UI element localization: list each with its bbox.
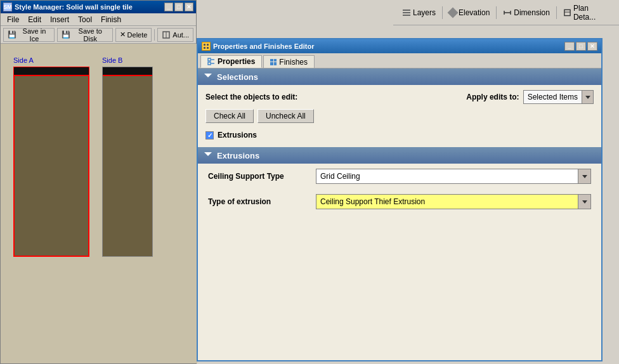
svg-rect-1 — [403, 12, 410, 13]
nav-sep-1 — [442, 6, 443, 19]
tile-side-a: Side A — [13, 56, 89, 257]
nav-sep-2 — [496, 6, 497, 19]
ceiling-support-dropdown-arrow[interactable] — [578, 169, 590, 183]
tab-finishes-label: Finishes — [279, 58, 308, 67]
dialog-maximize-btn[interactable]: □ — [576, 42, 586, 51]
nav-elevation[interactable]: Elevation — [445, 6, 493, 19]
ceiling-support-chevron-icon — [582, 175, 587, 178]
nav-dimension-label: Dimension — [514, 8, 550, 17]
close-button[interactable]: ✕ — [185, 3, 193, 11]
style-manager-icon: SM — [3, 3, 12, 11]
svg-rect-13 — [207, 47, 209, 49]
extrusions-triangle — [204, 152, 212, 159]
menu-tool[interactable]: Tool — [74, 14, 96, 25]
apply-edits-dropdown-arrow[interactable] — [582, 91, 593, 103]
save-disk-button[interactable]: 💾 Save to Disk — [57, 28, 113, 42]
dialog-controls: _ □ ✕ — [564, 42, 597, 51]
extrusions-section: Extrusions Ceiling Support Type Grid Cei… — [198, 147, 601, 214]
plan-detail-icon — [563, 8, 571, 17]
finishes-tab-icon — [270, 59, 277, 65]
menu-insert[interactable]: Insert — [46, 14, 73, 25]
auto-button[interactable]: Aut... — [157, 28, 193, 42]
extrusion-type-chevron-icon — [582, 200, 587, 204]
properties-icon — [203, 43, 209, 49]
tile-a-preview[interactable] — [13, 67, 89, 257]
tab-properties[interactable]: Properties — [200, 55, 262, 68]
tiles-container: Side A Side B — [1, 44, 197, 270]
properties-tab-icon — [207, 58, 215, 65]
title-bar-left: SM Style Manager: Solid wall single tile — [3, 3, 133, 11]
tab-finishes[interactable]: Finishes — [263, 55, 315, 68]
save-ice-button[interactable]: 💾 Save in Ice — [3, 28, 55, 42]
ceiling-support-select[interactable]: Grid Ceiling — [316, 169, 591, 184]
minimize-button[interactable]: _ — [164, 3, 173, 11]
extrusions-checkbox[interactable]: ✓ — [205, 131, 214, 140]
extrusion-type-row: Type of extrusion Ceiling Support Thief … — [198, 189, 601, 214]
check-buttons-row: Check All Uncheck All — [198, 107, 601, 128]
ceiling-support-label: Ceiling Support Type — [208, 172, 310, 181]
elevation-icon — [447, 7, 458, 18]
save-disk-icon: 💾 — [62, 30, 70, 39]
dialog-title-icon — [202, 42, 211, 51]
style-manager-window: SM Style Manager: Solid wall single tile… — [0, 0, 197, 364]
nav-plan-detail[interactable]: Plan Deta... — [559, 2, 614, 23]
extrusions-section-header: Extrusions — [198, 147, 601, 164]
extrusion-type-label: Type of extrusion — [208, 197, 310, 206]
menu-finish[interactable]: Finish — [97, 14, 125, 25]
checkbox-checkmark-icon: ✓ — [207, 132, 212, 139]
ceiling-support-value: Grid Ceiling — [316, 172, 364, 181]
menu-edit[interactable]: Edit — [24, 14, 45, 25]
check-all-button[interactable]: Check All — [205, 109, 254, 123]
extrusions-checkbox-row: ✓ Extrusions — [198, 128, 601, 145]
nav-layers[interactable]: Layers — [398, 6, 440, 19]
nav-dimension[interactable]: Dimension — [499, 6, 554, 19]
toolbar: 💾 Save in Ice 💾 Save to Disk ✕ Delete Au… — [1, 26, 196, 44]
save-ice-label: Save in Ice — [18, 27, 50, 42]
extrusions-title: Extrusions — [217, 151, 259, 160]
tab-properties-label: Properties — [218, 57, 255, 66]
layers-icon — [402, 8, 411, 17]
dialog-minimize-btn[interactable]: _ — [564, 42, 575, 51]
menu-bar: File Edit Insert Tool Finish — [1, 13, 196, 26]
apply-edits-group: Apply edits to: Selected Items — [466, 90, 594, 104]
delete-icon: ✕ — [120, 30, 126, 39]
svg-rect-0 — [403, 10, 410, 11]
ceiling-support-row: Ceiling Support Type Grid Ceiling — [198, 164, 601, 189]
apply-edits-select[interactable]: Selected Items — [523, 90, 594, 104]
extrusion-type-value: Ceiling Support Thief Extrusion — [316, 197, 429, 206]
nav-elevation-label: Elevation — [459, 8, 490, 17]
tile-b-label[interactable]: Side B — [102, 56, 153, 64]
extrusions-checkbox-label: Extrusions — [218, 131, 257, 140]
tiles-area: Side A Side B — [1, 44, 197, 363]
toolbar-sep — [154, 29, 155, 41]
extrusion-type-dropdown-arrow[interactable] — [578, 195, 590, 209]
svg-rect-2 — [403, 15, 410, 16]
tile-a-label[interactable]: Side A — [13, 56, 89, 64]
tile-a-top-bar — [14, 67, 89, 76]
properties-finishes-dialog: Properties and Finishes Editor _ □ ✕ Pro… — [197, 38, 603, 361]
nav-sep-3 — [556, 6, 557, 19]
dimension-icon — [503, 8, 512, 17]
selections-header: Selections — [198, 68, 601, 85]
delete-button[interactable]: ✕ Delete — [115, 28, 152, 42]
auto-icon — [162, 30, 171, 39]
svg-rect-12 — [204, 47, 205, 49]
extrusion-type-select[interactable]: Ceiling Support Thief Extrusion — [316, 194, 591, 209]
dialog-close-btn[interactable]: ✕ — [587, 42, 597, 51]
dialog-title: Properties and Finishes Editor — [213, 42, 315, 50]
menu-file[interactable]: File — [3, 14, 23, 25]
dialog-title-left: Properties and Finishes Editor — [202, 42, 315, 51]
select-objects-row: Select the objects to edit: Apply edits … — [198, 85, 601, 107]
svg-rect-16 — [208, 62, 211, 65]
tile-b-top-bar — [103, 67, 152, 76]
selections-title: Selections — [217, 72, 258, 82]
dialog-titlebar: Properties and Finishes Editor _ □ ✕ — [198, 39, 601, 53]
dialog-body: Selections Select the objects to edit: A… — [198, 68, 601, 214]
style-manager-titlebar: SM Style Manager: Solid wall single tile… — [1, 1, 196, 13]
tile-b-preview[interactable] — [102, 67, 153, 257]
svg-rect-10 — [204, 44, 205, 46]
uncheck-all-button[interactable]: Uncheck All — [257, 109, 314, 123]
maximize-button[interactable]: □ — [174, 3, 183, 11]
tile-side-b: Side B — [102, 56, 153, 257]
selections-triangle — [204, 74, 212, 80]
